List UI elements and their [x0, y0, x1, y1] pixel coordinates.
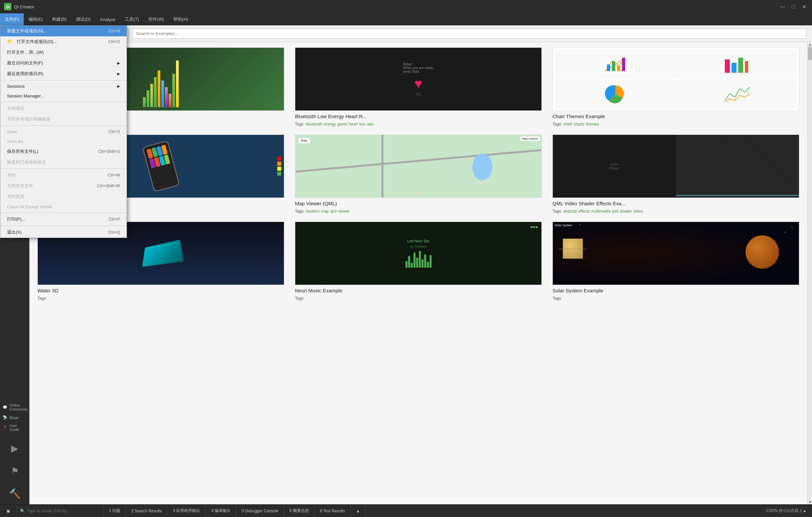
- example-thumb-map[interactable]: Oslo Map controls: [295, 134, 542, 198]
- svg-rect-4: [622, 58, 625, 71]
- maximize-button[interactable]: □: [789, 3, 797, 11]
- example-card-bluetooth: Relax!When you are ready,press Start. ♥ …: [295, 48, 542, 126]
- tag-map[interactable]: map: [321, 209, 329, 214]
- folder-icon: 📁: [7, 39, 13, 44]
- status-panel-compile-output[interactable]: 4 编译输出: [206, 505, 236, 517]
- menu-session-mgr[interactable]: Session Manager...: [0, 91, 126, 101]
- menu-print[interactable]: 打印(P)... Ctrl+P: [0, 214, 126, 224]
- status-panel-debugger-console[interactable]: 5 Debugger Console: [236, 505, 284, 517]
- sidebar-run-button[interactable]: ▶: [4, 437, 25, 459]
- example-title-bluetooth[interactable]: Bluetooth Low Energy Heart R...: [295, 114, 542, 119]
- color-swatch-green: [277, 172, 281, 176]
- tag-location[interactable]: location: [306, 209, 320, 214]
- toggle-panels-icon: ▣: [6, 509, 10, 513]
- menu-exit[interactable]: 退出(X) Ctrl+Q: [0, 227, 126, 238]
- example-thumb-planets[interactable]: Solar System: [552, 222, 799, 285]
- minimize-button[interactable]: —: [779, 3, 787, 11]
- tag-qml2[interactable]: qml: [612, 209, 618, 214]
- menu-new-file[interactable]: 新建文件或项目(N)... Ctrl+N: [0, 26, 126, 36]
- menu-close: 关闭 Ctrl+W: [0, 170, 126, 181]
- tag-shader[interactable]: shader: [619, 209, 632, 214]
- video-right: [676, 135, 799, 197]
- menu-close-all-editors: 关闭所有项目和编辑器: [0, 114, 126, 124]
- tag-chart[interactable]: chart: [563, 122, 573, 126]
- menu-close-except-visible: Close All Except Visible: [0, 202, 126, 212]
- tag-viewer[interactable]: viewer: [338, 209, 350, 214]
- search-examples-input[interactable]: [136, 31, 803, 36]
- tag-effects[interactable]: effects: [578, 209, 590, 214]
- svg-rect-6: [731, 63, 736, 73]
- sidebar-debug-button[interactable]: ⚑: [4, 460, 25, 482]
- menu-save-all[interactable]: 保存所有文件(L) Ctrl+Shift+S: [0, 146, 126, 157]
- sidebar-user-guide[interactable]: ❓User Guide: [3, 422, 27, 433]
- menu-recent-files[interactable]: 最近访问的文件(F) ▶: [0, 58, 126, 68]
- tag-video[interactable]: video: [633, 209, 643, 214]
- menu-item-file[interactable]: 文件(F): [0, 13, 24, 25]
- file-menu-dropdown: 新建文件或项目(N)... Ctrl+N 📁 打开文件或项目(O)... Ctr…: [0, 25, 127, 238]
- example-title-chart[interactable]: Chart Themes Example: [552, 114, 799, 119]
- sidebar-build-button[interactable]: 🔨: [4, 483, 25, 504]
- music-bars: [406, 251, 432, 268]
- tag-charts[interactable]: charts: [574, 122, 584, 126]
- menu-sessions[interactable]: Sessions ▶: [0, 82, 126, 91]
- chart-thumbnail: [553, 48, 799, 111]
- example-thumb-bluetooth[interactable]: Relax!When you are ready,press Start. ♥ …: [295, 48, 542, 111]
- map-legend: Map controls: [520, 136, 540, 141]
- status-panel-general-messages[interactable]: 6 概要信息: [284, 505, 315, 517]
- tag-game[interactable]: game: [337, 122, 347, 126]
- tag-energy[interactable]: energy: [324, 122, 336, 126]
- example-thumb-music[interactable]: Lost Neon Sun by Tinblifers: [295, 222, 542, 285]
- status-panel-expand[interactable]: ▲: [351, 505, 366, 517]
- menu-item-tools[interactable]: 工具(T): [120, 13, 144, 25]
- tag-themes[interactable]: themes: [586, 122, 599, 126]
- status-panel-app-output[interactable]: 3 应用程序输出: [167, 505, 206, 517]
- menu-open-project[interactable]: 📁 打开文件或项目(O)... Ctrl+O: [0, 36, 126, 47]
- close-button[interactable]: ✕: [800, 3, 808, 11]
- example-tags-music: Tags:: [295, 296, 542, 301]
- example-thumb-chart[interactable]: [552, 48, 799, 111]
- menu-recent-projects[interactable]: 最近使用的项目(R) ▶: [0, 68, 126, 79]
- status-panel-test-results[interactable]: 8 Test Results: [315, 505, 351, 517]
- color-swatch-orange: [277, 162, 281, 166]
- scroll-up-arrow[interactable]: ▲: [808, 42, 812, 47]
- menu-item-edit[interactable]: 编辑(E): [24, 13, 48, 25]
- sep-5: [0, 213, 126, 213]
- menu-open-file[interactable]: 打开文件，用...(W): [0, 47, 126, 58]
- menu-item-build[interactable]: 构建(B): [48, 13, 71, 25]
- tag-android[interactable]: android: [563, 209, 577, 214]
- menu-close-all-files: 关闭所有文件 Ctrl+Shift+W: [0, 181, 126, 191]
- sidebar-blogs[interactable]: 📡Blogs: [3, 413, 27, 422]
- map-road-h: [296, 149, 541, 173]
- example-title-video[interactable]: QML Video Shader Effects Exa...: [552, 201, 799, 206]
- tag-multimedia[interactable]: multimedia: [591, 209, 611, 214]
- search-examples-box[interactable]: [132, 29, 807, 39]
- app-icon: Qt: [4, 3, 11, 10]
- scrollbar-thumb[interactable]: [808, 47, 812, 60]
- example-thumb-video[interactable]: VideoPlayer: [552, 134, 799, 198]
- tag-low[interactable]: low: [359, 122, 365, 126]
- tag-rate[interactable]: rate: [367, 122, 373, 126]
- tag-qml[interactable]: qml: [330, 209, 336, 214]
- examples-grid: Bars Example Tags: bars data visualizati…: [29, 42, 807, 504]
- scroll-down-arrow[interactable]: ▼: [808, 500, 812, 504]
- examples-area: Bars Example Tags: bars data visualizati…: [29, 42, 812, 504]
- color-swatch-red: [277, 157, 281, 161]
- menu-item-debug[interactable]: 调试(D): [71, 13, 95, 25]
- tag-bluetooth[interactable]: bluetooth: [306, 122, 322, 126]
- sep-3: [0, 125, 126, 126]
- sep-4: [0, 169, 126, 169]
- menu-item-help[interactable]: 帮助(H): [169, 13, 193, 25]
- sidebar-community[interactable]: 💬Online Community: [3, 401, 27, 413]
- status-search-area[interactable]: 🔍: [17, 505, 104, 517]
- menu-revert: 恢复到已保存的状态: [0, 157, 126, 168]
- content-panel: Qt 5.9.0 MinGW 32bit ▼: [29, 25, 812, 504]
- status-panel-problems[interactable]: 1 问题: [104, 505, 126, 517]
- status-left-toggle[interactable]: ▣: [0, 505, 17, 517]
- status-search-input[interactable]: [27, 509, 100, 513]
- tag-heart[interactable]: heart: [349, 122, 358, 126]
- example-title-map[interactable]: Map Viewer (QML): [295, 201, 542, 206]
- menu-item-analyze[interactable]: Analyze: [95, 13, 120, 25]
- sessions-arrow: ▶: [117, 84, 120, 88]
- status-panel-search-results[interactable]: 2 Search Results: [126, 505, 167, 517]
- menu-item-controls[interactable]: 控件(W): [144, 13, 169, 25]
